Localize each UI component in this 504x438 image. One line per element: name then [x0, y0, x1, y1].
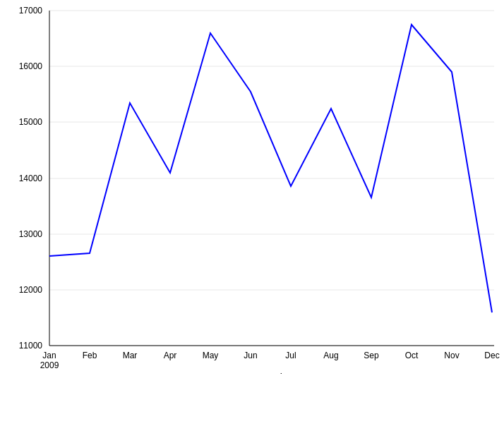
- y-label-15000: 15000: [19, 117, 43, 127]
- x-axis-title: Month: [258, 372, 286, 374]
- y-label-12000: 12000: [19, 285, 43, 295]
- x-label-sep: Sep: [364, 351, 379, 360]
- chart-container: 17000 16000 15000 14000 13000 12000 1100…: [0, 0, 504, 438]
- y-label-13000: 13000: [19, 229, 43, 239]
- x-label-jan: Jan: [42, 351, 56, 360]
- y-label-17000: 17000: [19, 6, 43, 16]
- chart-svg: 17000 16000 15000 14000 13000 12000 1100…: [0, 0, 504, 374]
- x-label-mar: Mar: [123, 351, 138, 360]
- y-label-16000: 16000: [19, 61, 43, 71]
- x-label-oct: Oct: [405, 351, 419, 360]
- x-label-may: May: [203, 351, 219, 360]
- x-label-aug: Aug: [323, 351, 338, 360]
- x-label-feb: Feb: [83, 351, 97, 360]
- azul-line: [49, 25, 492, 312]
- x-label-jun: Jun: [244, 351, 257, 360]
- x-label-2009: 2009: [40, 360, 59, 370]
- x-label-dec: Dec: [484, 351, 499, 360]
- x-label-apr: Apr: [164, 351, 177, 360]
- x-label-jul: Jul: [285, 351, 296, 360]
- y-label-14000: 14000: [19, 174, 43, 183]
- y-label-11000: 11000: [19, 341, 43, 351]
- x-label-nov: Nov: [444, 351, 459, 360]
